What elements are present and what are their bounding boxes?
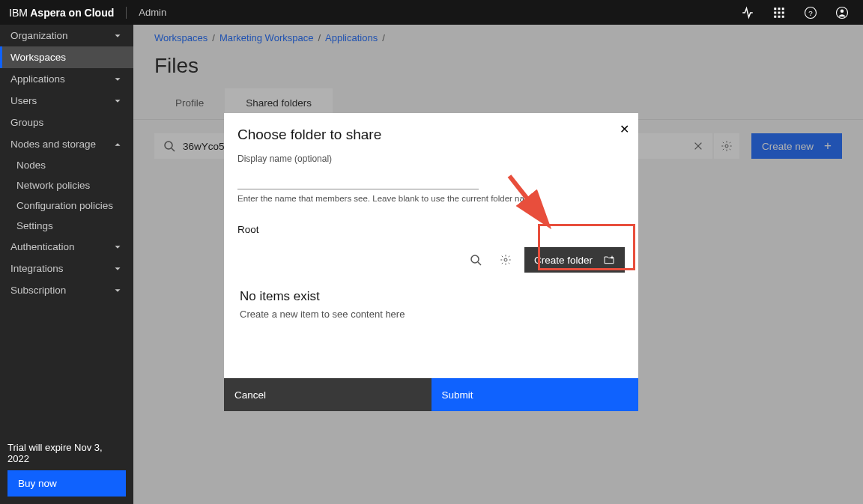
- chevron-down-icon: [112, 74, 123, 85]
- folder-settings-icon[interactable]: [494, 249, 517, 271]
- brand-prefix: IBM: [9, 7, 28, 19]
- trial-box: Trial will expire Nov 3, 2022 Buy now: [0, 434, 133, 504]
- admin-label[interactable]: Admin: [139, 7, 166, 18]
- sidebar-item-authentication[interactable]: Authentication: [0, 236, 133, 258]
- chevron-down-icon: [112, 264, 123, 274]
- sidebar-item-workspaces[interactable]: Workspaces: [0, 46, 133, 68]
- svg-rect-2: [782, 7, 784, 10]
- folder-search-icon[interactable]: [464, 249, 487, 271]
- header-divider: [126, 7, 127, 19]
- chevron-down-icon: [112, 242, 123, 252]
- svg-rect-5: [782, 11, 784, 13]
- help-icon[interactable]: ?: [799, 1, 823, 25]
- close-modal-button[interactable]: ✕: [620, 122, 629, 136]
- sidebar-item-organization[interactable]: Organization: [0, 25, 133, 46]
- chevron-down-icon: [112, 31, 123, 41]
- svg-line-14: [172, 148, 175, 151]
- sidebar-subitem-settings[interactable]: Settings: [0, 216, 133, 236]
- modal-footer: Cancel Submit: [224, 378, 638, 411]
- header-icons: ?: [736, 1, 854, 25]
- new-folder-icon: [603, 254, 615, 266]
- buy-now-button[interactable]: Buy now: [7, 470, 126, 497]
- sidebar-item-applications[interactable]: Applications: [0, 68, 133, 90]
- create-folder-label: Create folder: [534, 255, 593, 266]
- svg-rect-7: [778, 15, 781, 17]
- sidebar-item-label: Nodes and storage: [10, 139, 96, 150]
- sidebar-item-nodes-storage[interactable]: Nodes and storage: [0, 133, 133, 155]
- gear-icon: [721, 140, 733, 152]
- chevron-up-icon: [112, 139, 123, 150]
- svg-point-18: [471, 255, 479, 263]
- svg-point-12: [841, 9, 844, 13]
- tab-profile[interactable]: Profile: [154, 88, 225, 119]
- clear-icon[interactable]: [693, 141, 703, 151]
- sidebar-subitem-nodes[interactable]: Nodes: [0, 155, 133, 175]
- svg-rect-3: [774, 11, 776, 13]
- sidebar-subitem-configuration-policies[interactable]: Configuration policies: [0, 195, 133, 216]
- folder-toolbar: Create folder: [237, 247, 625, 273]
- submit-button[interactable]: Submit: [432, 378, 639, 411]
- sidebar-item-subscription[interactable]: Subscription: [0, 279, 133, 301]
- svg-rect-1: [778, 7, 781, 10]
- root-label: Root: [237, 224, 625, 235]
- sidebar-subitem-network-policies[interactable]: Network policies: [0, 175, 133, 195]
- empty-state-subtitle: Create a new item to see content here: [240, 309, 625, 320]
- svg-rect-8: [782, 15, 784, 17]
- cancel-button[interactable]: Cancel: [224, 378, 432, 411]
- breadcrumb-item[interactable]: Workspaces: [154, 32, 208, 43]
- apps-grid-icon[interactable]: [767, 1, 791, 25]
- sidebar-item-integrations[interactable]: Integrations: [0, 258, 133, 279]
- breadcrumb-sep: /: [382, 32, 385, 43]
- sidebar-item-label: Integrations: [10, 263, 64, 274]
- svg-rect-4: [778, 11, 781, 13]
- chevron-down-icon: [112, 285, 123, 296]
- breadcrumb-item[interactable]: Marketing Workspace: [219, 32, 313, 43]
- sidebar-item-label: Workspaces: [10, 52, 66, 63]
- display-name-label: Display name (optional): [237, 154, 625, 164]
- app-title: IBM Aspera on Cloud: [9, 7, 114, 19]
- plus-icon: +: [824, 139, 832, 154]
- svg-line-19: [478, 262, 481, 265]
- create-new-label: Create new: [762, 141, 814, 152]
- sidebar-item-label: Subscription: [10, 285, 66, 296]
- sidebar-item-label: Groups: [10, 117, 43, 128]
- nav: Organization Workspaces Applications Use…: [0, 25, 133, 301]
- breadcrumb-sep: /: [318, 32, 321, 43]
- svg-point-13: [165, 142, 172, 149]
- sidebar-item-label: Users: [10, 95, 37, 106]
- helper-text: Enter the name that members see. Leave b…: [237, 194, 625, 203]
- modal-title: Choose folder to share: [237, 127, 625, 143]
- sidebar-item-label: Authentication: [10, 241, 75, 252]
- sidebar-item-groups[interactable]: Groups: [0, 112, 133, 133]
- breadcrumb: Workspaces / Marketing Workspace / Appli…: [133, 25, 863, 51]
- sidebar-item-users[interactable]: Users: [0, 90, 133, 112]
- trial-text: Trial will expire Nov 3, 2022: [7, 442, 126, 464]
- create-new-button[interactable]: Create new +: [751, 133, 842, 159]
- svg-rect-6: [774, 15, 776, 17]
- create-folder-button[interactable]: Create folder: [524, 247, 625, 273]
- brand-rest: Aspera on Cloud: [28, 7, 114, 19]
- sidebar: Organization Workspaces Applications Use…: [0, 25, 133, 504]
- choose-folder-modal: ✕ Choose folder to share Display name (o…: [224, 113, 638, 411]
- svg-text:?: ?: [808, 8, 813, 16]
- svg-point-20: [504, 258, 507, 261]
- breadcrumb-item[interactable]: Applications: [325, 32, 378, 43]
- sidebar-item-label: Organization: [10, 30, 68, 41]
- sidebar-item-label: Applications: [10, 73, 65, 85]
- breadcrumb-sep: /: [212, 32, 215, 43]
- user-avatar-icon[interactable]: [830, 1, 854, 25]
- header-left: IBM Aspera on Cloud Admin: [9, 7, 166, 19]
- display-name-input[interactable]: [237, 168, 479, 189]
- page-title: Files: [133, 51, 863, 88]
- table-settings-button[interactable]: [714, 133, 739, 159]
- svg-point-17: [725, 145, 728, 148]
- empty-state-title: No items exist: [240, 289, 625, 304]
- chevron-down-icon: [112, 96, 123, 106]
- svg-rect-0: [774, 7, 776, 10]
- activity-icon[interactable]: [736, 1, 760, 25]
- app-header: IBM Aspera on Cloud Admin ?: [0, 0, 863, 25]
- search-icon: [163, 140, 175, 152]
